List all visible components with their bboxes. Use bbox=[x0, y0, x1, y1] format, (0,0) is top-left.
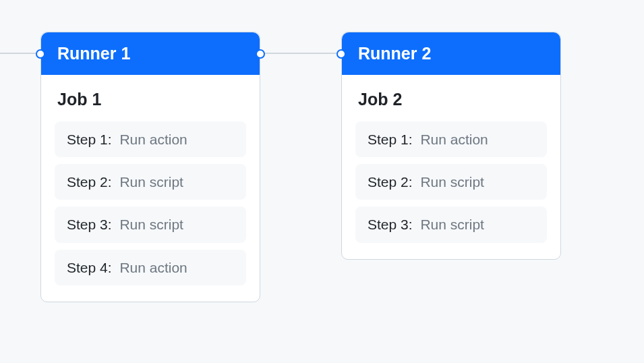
runner-card: Runner 1 Job 1 Step 1: Run action Step 2… bbox=[40, 32, 260, 302]
step-desc: Run script bbox=[119, 174, 183, 190]
runner-body: Job 1 Step 1: Run action Step 2: Run scr… bbox=[41, 75, 260, 302]
step-item: Step 1: Run action bbox=[355, 121, 547, 157]
connector-line bbox=[260, 53, 343, 54]
step-desc: Run action bbox=[420, 132, 488, 147]
step-item: Step 2: Run script bbox=[355, 164, 547, 200]
step-label: Step 1: bbox=[67, 132, 112, 147]
job-title: Job 2 bbox=[355, 90, 547, 109]
step-label: Step 1: bbox=[368, 132, 413, 147]
runner-header: Runner 2 bbox=[342, 32, 560, 75]
step-label: Step 2: bbox=[368, 174, 413, 190]
step-label: Step 3: bbox=[67, 217, 112, 232]
runner-card: Runner 2 Job 2 Step 1: Run action Step 2… bbox=[341, 32, 561, 260]
step-desc: Run action bbox=[119, 132, 187, 147]
step-desc: Run script bbox=[420, 217, 484, 232]
step-desc: Run script bbox=[119, 217, 183, 232]
job-title: Job 1 bbox=[55, 90, 246, 109]
step-item: Step 3: Run script bbox=[355, 206, 547, 242]
step-item: Step 4: Run action bbox=[55, 250, 246, 285]
step-desc: Run script bbox=[420, 174, 484, 190]
step-item: Step 2: Run script bbox=[55, 164, 246, 200]
port-right bbox=[256, 49, 265, 59]
runner-title: Runner 2 bbox=[358, 44, 431, 63]
runner-title: Runner 1 bbox=[57, 44, 130, 63]
step-desc: Run action bbox=[119, 260, 187, 275]
step-label: Step 3: bbox=[368, 217, 413, 232]
port-left bbox=[336, 49, 346, 59]
step-item: Step 3: Run script bbox=[55, 206, 246, 242]
port-left bbox=[36, 49, 45, 59]
step-item: Step 1: Run action bbox=[55, 121, 246, 157]
step-label: Step 2: bbox=[67, 174, 112, 190]
runner-body: Job 2 Step 1: Run action Step 2: Run scr… bbox=[342, 75, 560, 259]
step-label: Step 4: bbox=[67, 260, 112, 275]
runner-header: Runner 1 bbox=[41, 32, 260, 75]
